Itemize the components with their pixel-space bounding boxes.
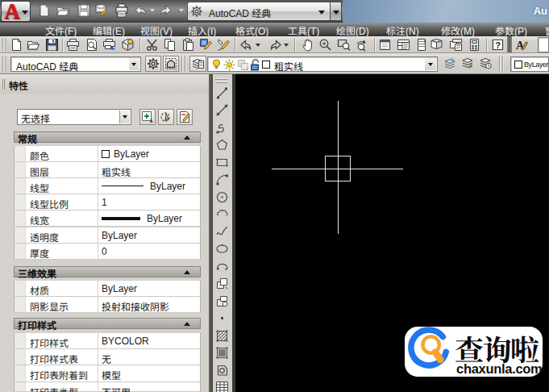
svg-text:?: ?: [495, 40, 501, 50]
